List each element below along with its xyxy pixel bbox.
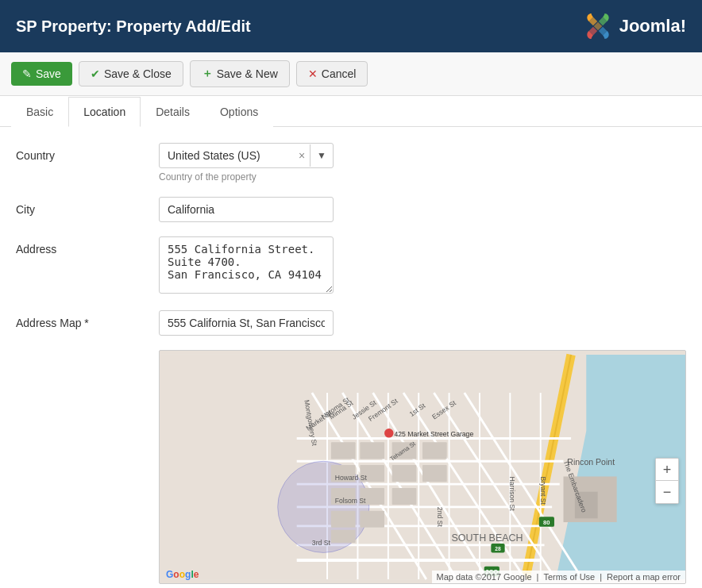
svg-text:2nd St: 2nd St	[436, 507, 444, 528]
save-label: Save	[36, 67, 61, 80]
country-field: United States (US) × ▼ Country of the pr…	[159, 143, 476, 183]
map-container[interactable]: Fremont St 1st St Essex St Jessie St Min…	[159, 350, 686, 584]
svg-text:425 Market Street Garage: 425 Market Street Garage	[395, 430, 474, 438]
svg-rect-64	[384, 429, 394, 438]
address-textarea[interactable]: 555 California Street. Suite 4700. San F…	[159, 236, 334, 294]
map-row: Fremont St 1st St Essex St Jessie St Min…	[16, 350, 686, 584]
content-area: Country United States (US) × ▼ Country o…	[0, 127, 702, 588]
report-map-link[interactable]: Report a map error	[607, 572, 681, 582]
address-map-input[interactable]	[159, 310, 334, 336]
tab-location[interactable]: Location	[68, 97, 141, 127]
svg-text:28: 28	[495, 546, 501, 551]
terms-of-use-link[interactable]: Terms of Use	[543, 572, 595, 582]
save-close-label: Save & Close	[104, 67, 172, 80]
map-placeholder-label	[16, 350, 143, 356]
svg-text:Bryant St: Bryant St	[539, 476, 547, 505]
svg-text:3rd St: 3rd St	[312, 539, 331, 547]
address-map-field	[159, 310, 476, 336]
page-header: SP Property: Property Add/Edit Joomla!	[0, 0, 702, 52]
city-input[interactable]	[159, 197, 334, 222]
address-field: 555 California Street. Suite 4700. San F…	[159, 236, 476, 296]
country-clear-button[interactable]: ×	[294, 144, 310, 167]
country-row: Country United States (US) × ▼ Country o…	[16, 143, 686, 183]
country-label: Country	[16, 143, 143, 162]
save-close-button[interactable]: ✔ Save & Close	[79, 61, 183, 86]
svg-rect-41	[331, 530, 356, 543]
svg-text:Rincon Point: Rincon Point	[567, 457, 615, 467]
tabs-nav: Basic Location Details Options	[0, 96, 702, 127]
country-select-wrapper[interactable]: United States (US) × ▼	[159, 143, 334, 168]
joomla-logo: Joomla!	[583, 11, 686, 41]
address-map-row: Address Map *	[16, 310, 686, 336]
svg-rect-40	[360, 511, 384, 528]
address-map-label: Address Map *	[16, 310, 143, 329]
map-data-text: Map data ©2017 Google	[437, 572, 532, 582]
country-help-text: Country of the property	[159, 171, 476, 183]
map-svg: Fremont St 1st St Essex St Jessie St Min…	[160, 351, 685, 583]
country-select-text: United States (US)	[160, 144, 294, 167]
svg-rect-38	[392, 488, 417, 505]
svg-rect-31	[422, 442, 447, 459]
city-row: City	[16, 197, 686, 222]
plus-icon: ＋	[202, 67, 213, 81]
save-new-label: Save & New	[217, 67, 278, 80]
address-row: Address 555 California Street. Suite 470…	[16, 236, 686, 296]
joomla-text: Joomla!	[619, 16, 686, 37]
svg-text:80: 80	[543, 519, 550, 526]
tab-basic[interactable]: Basic	[11, 97, 68, 127]
map-footer: Map data ©2017 Google | Terms of Use | R…	[432, 571, 685, 583]
svg-rect-28	[331, 442, 356, 459]
tab-options[interactable]: Options	[205, 97, 273, 127]
city-label: City	[16, 197, 143, 216]
page-title: SP Property: Property Add/Edit	[16, 17, 251, 36]
city-field	[159, 197, 476, 222]
google-logo: Google	[166, 569, 199, 580]
svg-rect-29	[360, 442, 384, 459]
save-icon: ✎	[22, 67, 32, 80]
cancel-button[interactable]: ✕ Cancel	[296, 61, 368, 86]
svg-rect-34	[392, 465, 417, 482]
x-icon: ✕	[308, 67, 318, 80]
cancel-label: Cancel	[322, 67, 357, 80]
joomla-icon-svg	[583, 11, 613, 41]
svg-text:SOUTH BEACH: SOUTH BEACH	[452, 532, 523, 544]
svg-rect-35	[422, 465, 447, 482]
svg-text:Folsom St: Folsom St	[335, 497, 366, 505]
toolbar: ✎ Save ✔ Save & Close ＋ Save & New ✕ Can…	[0, 52, 702, 96]
svg-rect-39	[331, 511, 356, 528]
map-zoom-controls: + −	[655, 458, 679, 504]
check-icon: ✔	[91, 67, 100, 80]
address-label: Address	[16, 236, 143, 256]
save-button[interactable]: ✎ Save	[11, 62, 72, 86]
zoom-out-button[interactable]: −	[656, 481, 678, 503]
svg-text:Harrison St: Harrison St	[508, 476, 516, 511]
save-new-button[interactable]: ＋ Save & New	[190, 60, 290, 87]
zoom-in-button[interactable]: +	[656, 459, 678, 481]
tab-details[interactable]: Details	[141, 97, 205, 127]
svg-text:Howard St: Howard St	[335, 474, 368, 482]
country-dropdown-button[interactable]: ▼	[310, 144, 333, 167]
